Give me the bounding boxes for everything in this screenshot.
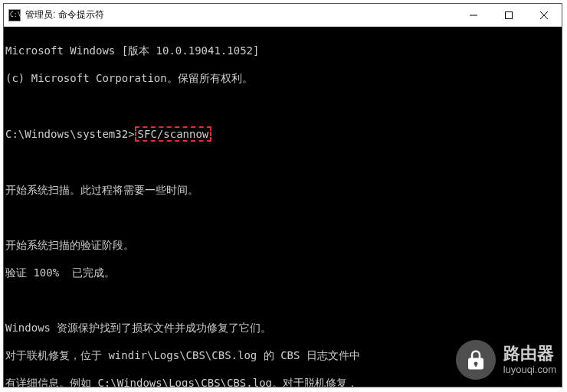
terminal-line: 开始系统扫描的验证阶段。 <box>5 238 560 252</box>
terminal-line: (c) Microsoft Corporation。保留所有权利。 <box>5 71 560 85</box>
maximize-button[interactable] <box>491 4 526 26</box>
close-button[interactable] <box>526 4 562 26</box>
svg-rect-1 <box>506 11 513 18</box>
cmd-window: C:\ 管理员: 命令提示符 Microsoft Windows [版本 10.… <box>3 3 562 387</box>
cmd-icon: C:\ <box>8 9 21 21</box>
terminal-line: 验证 100% 已完成。 <box>5 266 560 279</box>
terminal-line: Microsoft Windows [版本 10.0.19041.1052] <box>5 44 560 57</box>
terminal-line: 开始系统扫描。此过程将需要一些时间。 <box>5 183 560 197</box>
terminal-line: 有详细信息。例如 C:\Windows\Logs\CBS\CBS.log。对于脱… <box>5 376 560 387</box>
terminal-line: 对于联机修复，位于 windir\Logs\CBS\CBS.log 的 CBS … <box>5 348 560 362</box>
titlebar[interactable]: C:\ 管理员: 命令提示符 <box>4 4 562 27</box>
terminal-blank <box>5 211 560 224</box>
terminal-blank <box>5 99 560 113</box>
terminal-blank <box>5 293 560 307</box>
highlighted-command: SFC/scannow <box>135 126 212 142</box>
terminal-line: Windows 资源保护找到了损坏文件并成功修复了它们。 <box>5 321 560 335</box>
window-controls <box>456 4 562 26</box>
terminal-blank <box>5 155 560 169</box>
terminal-prompt-line: C:\Windows\system32>SFC/scannow <box>5 126 560 142</box>
prompt: C:\Windows\system32> <box>5 128 135 140</box>
minimize-button[interactable] <box>456 4 491 26</box>
window-title: 管理员: 命令提示符 <box>25 8 456 21</box>
terminal-body[interactable]: Microsoft Windows [版本 10.0.19041.1052] (… <box>4 27 562 387</box>
